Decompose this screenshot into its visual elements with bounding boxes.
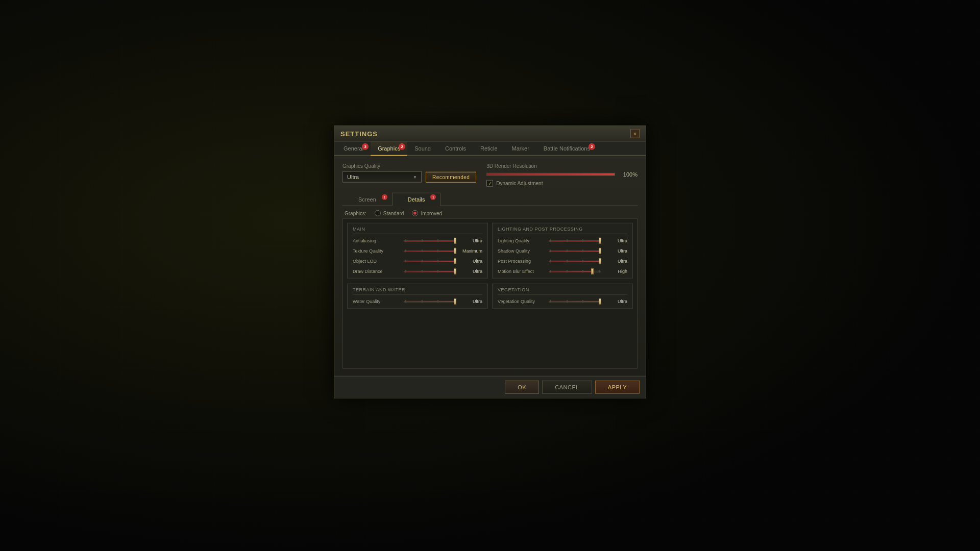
close-button[interactable]: × bbox=[630, 129, 640, 138]
texture-quality-handle[interactable] bbox=[454, 248, 456, 254]
recommended-button[interactable]: Recommended bbox=[426, 171, 476, 182]
post-processing-label: Post Processing bbox=[498, 259, 549, 264]
object-lod-handle[interactable] bbox=[454, 258, 456, 264]
lighting-quality-slider-container: Ultra bbox=[549, 238, 627, 243]
ok-button[interactable]: OK bbox=[505, 381, 539, 394]
dropdown-arrow-icon: ▼ bbox=[413, 174, 417, 179]
post-processing-slider[interactable] bbox=[549, 260, 601, 262]
vegetation-quality-handle[interactable] bbox=[599, 298, 601, 305]
object-lod-value: Ultra bbox=[459, 259, 482, 264]
texture-quality-slider[interactable] bbox=[404, 250, 456, 252]
water-quality-value: Ultra bbox=[459, 299, 482, 304]
vegetation-quality-slider[interactable] bbox=[549, 300, 601, 302]
draw-distance-handle[interactable] bbox=[454, 268, 456, 274]
object-lod-notches bbox=[404, 260, 456, 262]
dynamic-adjustment-label: Dynamic Adjustment bbox=[496, 181, 543, 186]
shadow-notches bbox=[549, 249, 601, 252]
cancel-button[interactable]: Cancel bbox=[542, 381, 592, 394]
render-label: 3D Render Resolution bbox=[486, 163, 638, 169]
tab-reticle[interactable]: Reticle bbox=[473, 142, 505, 156]
graphics-improved-option[interactable]: Improved bbox=[412, 210, 442, 216]
motion-blur-row: Motion Blur Effect bbox=[498, 269, 627, 274]
water-quality-label: Water Quality bbox=[353, 299, 404, 304]
antialiasing-label: Antialiasing bbox=[353, 238, 404, 243]
render-bar-fill bbox=[487, 173, 615, 176]
object-lod-slider-container: Ultra bbox=[404, 259, 482, 264]
lighting-quality-slider[interactable] bbox=[549, 240, 601, 241]
post-processing-slider-container: Ultra bbox=[549, 259, 627, 264]
settings-scroll-area[interactable]: Main Antialiasing bbox=[342, 218, 638, 369]
tab-general-badge: 3 bbox=[362, 143, 369, 150]
quality-label: Graphics Quality bbox=[342, 163, 476, 169]
lighting-quality-value: Ultra bbox=[604, 238, 627, 243]
lighting-notches bbox=[549, 239, 601, 242]
tab-battle-notifications[interactable]: Battle Notifications 2 bbox=[536, 142, 597, 156]
settings-row-terrain-vegetation: Terrain and water Water Quality bbox=[347, 284, 633, 309]
tab-battle-notifications-badge: 2 bbox=[589, 143, 595, 150]
texture-quality-slider-container: Maximum bbox=[404, 248, 482, 254]
motion-blur-value: High bbox=[604, 269, 627, 274]
graphics-standard-label: Standard bbox=[383, 210, 404, 216]
apply-button[interactable]: Apply bbox=[595, 381, 640, 394]
water-quality-slider[interactable] bbox=[404, 300, 456, 302]
shadow-quality-row: Shadow Quality bbox=[498, 248, 627, 254]
lighting-settings-group: Lighting and post processing Lighting Qu… bbox=[492, 223, 633, 279]
antialiasing-value: Ultra bbox=[459, 238, 482, 243]
tab-graphics[interactable]: Graphics 2 bbox=[371, 142, 407, 156]
motion-blur-label: Motion Blur Effect bbox=[498, 269, 549, 274]
dynamic-adjustment-row: Dynamic Adjustment bbox=[486, 180, 638, 187]
antialiasing-slider[interactable] bbox=[404, 240, 456, 241]
object-lod-label: Object LOD bbox=[353, 259, 404, 264]
graphics-standard-option[interactable]: Standard bbox=[375, 210, 404, 216]
lighting-group-title: Lighting and post processing bbox=[498, 227, 627, 234]
antialiasing-row: Antialiasing bbox=[353, 238, 482, 243]
antialiasing-slider-container: Ultra bbox=[404, 238, 482, 243]
dialog-titlebar: Settings × bbox=[334, 126, 646, 142]
main-settings-group: Main Antialiasing bbox=[347, 223, 488, 279]
post-processing-notches bbox=[549, 260, 601, 262]
lighting-quality-row: Lighting Quality bbox=[498, 238, 627, 243]
render-bar[interactable] bbox=[486, 173, 615, 176]
graphics-improved-radio[interactable] bbox=[412, 210, 418, 216]
water-quality-row: Water Quality bbox=[353, 299, 482, 304]
antialiasing-notches bbox=[404, 239, 456, 242]
water-quality-handle[interactable] bbox=[454, 298, 456, 305]
dialog-content: Graphics Quality Ultra ▼ Recommended 3D … bbox=[334, 156, 646, 376]
motion-blur-slider[interactable] bbox=[549, 270, 601, 272]
draw-distance-label: Draw Distance bbox=[353, 269, 404, 274]
tab-general[interactable]: General 3 bbox=[336, 142, 371, 156]
sub-tab-screen[interactable]: Screen 1 bbox=[342, 193, 392, 206]
antialiasing-handle[interactable] bbox=[454, 238, 456, 244]
graphics-standard-radio[interactable] bbox=[375, 210, 381, 216]
shadow-quality-slider[interactable] bbox=[549, 250, 601, 252]
dynamic-adjustment-checkbox[interactable] bbox=[486, 180, 493, 187]
object-lod-row: Object LOD bbox=[353, 259, 482, 264]
graphics-quality-select[interactable]: Ultra ▼ bbox=[342, 171, 422, 183]
vegetation-notches bbox=[549, 300, 601, 303]
quality-section: Graphics Quality Ultra ▼ Recommended bbox=[342, 163, 476, 187]
water-quality-slider-container: Ultra bbox=[404, 299, 482, 304]
motion-blur-handle[interactable] bbox=[591, 268, 594, 274]
tab-sound[interactable]: Sound bbox=[407, 142, 438, 156]
tab-marker[interactable]: Marker bbox=[505, 142, 536, 156]
sub-tab-details[interactable]: Details 1 bbox=[392, 193, 441, 206]
shadow-quality-value: Ultra bbox=[604, 248, 627, 254]
terrain-settings-group: Terrain and water Water Quality bbox=[347, 284, 488, 309]
shadow-quality-handle[interactable] bbox=[599, 248, 601, 254]
object-lod-slider[interactable] bbox=[404, 260, 456, 262]
tab-controls[interactable]: Controls bbox=[438, 142, 473, 156]
texture-quality-value: Maximum bbox=[459, 248, 482, 254]
vegetation-group-title: Vegetation bbox=[498, 287, 627, 295]
render-section: 3D Render Resolution 100% Dynamic Adjust… bbox=[486, 163, 638, 187]
draw-distance-slider-container: Ultra bbox=[404, 269, 482, 274]
graphics-improved-label: Improved bbox=[421, 210, 442, 216]
graphics-mode-label: Graphics: bbox=[345, 210, 366, 216]
dialog-title: Settings bbox=[340, 130, 378, 137]
vegetation-quality-slider-container: Ultra bbox=[549, 299, 627, 304]
quality-dropdown: Ultra ▼ Recommended bbox=[342, 171, 476, 183]
post-processing-handle[interactable] bbox=[599, 258, 601, 264]
render-bar-area: 100% bbox=[486, 171, 638, 178]
lighting-quality-handle[interactable] bbox=[599, 238, 601, 244]
top-section: Graphics Quality Ultra ▼ Recommended 3D … bbox=[342, 163, 638, 187]
draw-distance-slider[interactable] bbox=[404, 270, 456, 272]
